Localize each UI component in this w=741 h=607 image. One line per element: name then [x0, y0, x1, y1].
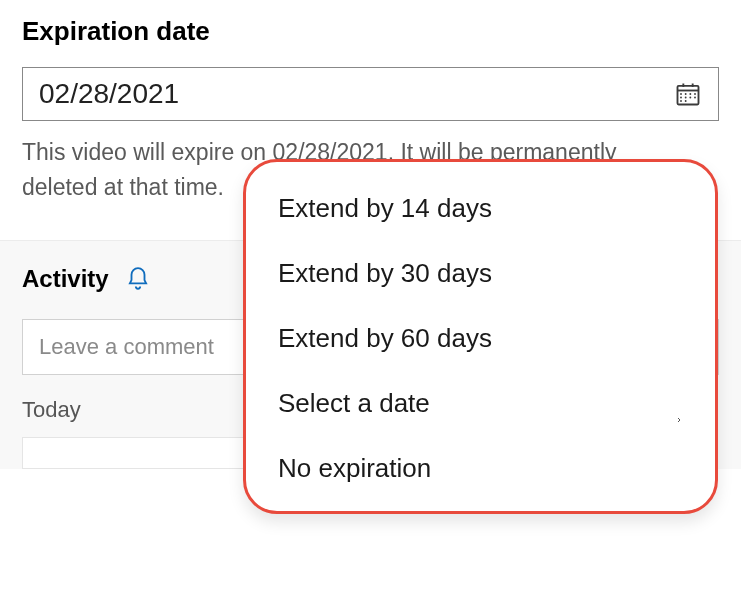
dropdown-item-label: Select a date	[278, 388, 430, 419]
bell-icon[interactable]	[125, 266, 151, 292]
dropdown-item-label: No expiration	[278, 453, 431, 484]
dropdown-item-extend-14[interactable]: Extend by 14 days	[246, 176, 715, 241]
dropdown-item-label: Extend by 60 days	[278, 323, 492, 354]
expiration-date-label: Expiration date	[0, 0, 741, 59]
dropdown-item-label: Extend by 30 days	[278, 258, 492, 289]
calendar-icon[interactable]	[674, 80, 702, 108]
expiration-date-input-wrapper[interactable]: 02/28/2021	[22, 67, 719, 121]
dropdown-item-select-date[interactable]: Select a date	[246, 371, 715, 436]
chevron-right-icon	[675, 400, 683, 408]
dropdown-item-label: Extend by 14 days	[278, 193, 492, 224]
dropdown-item-extend-30[interactable]: Extend by 30 days	[246, 241, 715, 306]
dropdown-item-extend-60[interactable]: Extend by 60 days	[246, 306, 715, 371]
expiration-options-dropdown: Extend by 14 days Extend by 30 days Exte…	[243, 159, 718, 514]
dropdown-item-no-expiration[interactable]: No expiration	[246, 436, 715, 501]
expiration-date-value[interactable]: 02/28/2021	[39, 78, 674, 110]
activity-title: Activity	[22, 265, 109, 293]
